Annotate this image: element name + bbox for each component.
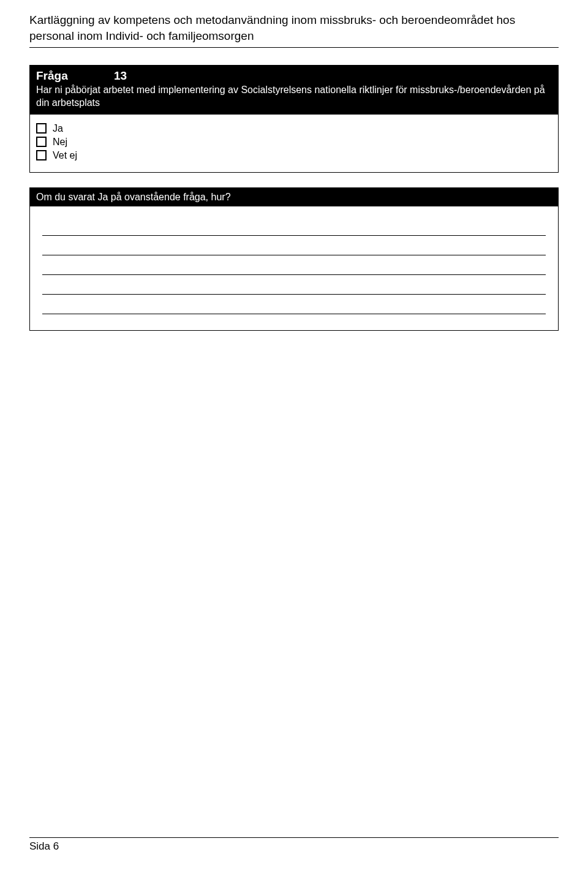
options-list: Ja Nej Vet ej <box>30 115 558 172</box>
option-ja-row: Ja <box>36 123 552 134</box>
write-line <box>42 296 546 314</box>
title-line-1: Kartläggning av kompetens och metodanvän… <box>29 13 515 26</box>
option-nej-label: Nej <box>53 137 67 148</box>
write-area[interactable] <box>30 206 558 330</box>
followup-box: Om du svarat Ja på ovanstående fråga, hu… <box>29 187 559 331</box>
page-title: Kartläggning av kompetens och metodanvän… <box>29 12 559 43</box>
checkbox-vetej[interactable] <box>36 150 47 160</box>
question-number: 13 <box>114 69 127 83</box>
option-vetej-label: Vet ej <box>53 150 77 161</box>
checkbox-nej[interactable] <box>36 137 47 147</box>
question-text: Har ni påbörjat arbetet med implementeri… <box>36 84 552 110</box>
option-ja-label: Ja <box>53 123 63 134</box>
write-line <box>42 257 546 275</box>
followup-header: Om du svarat Ja på ovanstående fråga, hu… <box>30 188 558 206</box>
question-word: Fråga <box>36 69 68 83</box>
write-line <box>42 276 546 295</box>
option-nej-row: Nej <box>36 137 552 148</box>
title-line-2: personal inom Individ- och familjeomsorg… <box>29 29 254 42</box>
question-13-box: Fråga 13 Har ni påbörjat arbetet med imp… <box>29 65 559 173</box>
checkbox-ja[interactable] <box>36 123 47 134</box>
footer-divider <box>29 837 559 838</box>
question-label-row: Fråga 13 <box>36 69 552 83</box>
page-footer: Sida 6 <box>29 837 559 853</box>
page-number: Sida 6 <box>29 840 559 853</box>
write-line <box>42 217 546 236</box>
option-vetej-row: Vet ej <box>36 150 552 161</box>
question-header: Fråga 13 Har ni påbörjat arbetet med imp… <box>30 66 558 115</box>
write-line <box>42 237 546 255</box>
header-divider <box>29 47 559 48</box>
